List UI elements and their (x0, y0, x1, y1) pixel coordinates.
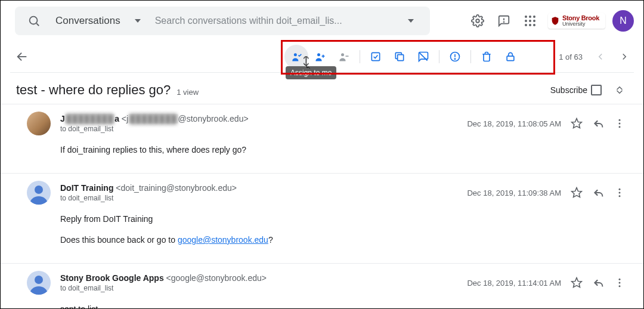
message: DoIT Training <doit_training@stonybrook.… (1, 173, 643, 263)
top-right-actions: Stony Brook University N (466, 9, 634, 33)
subscribe-toggle[interactable]: Subscribe (550, 85, 602, 95)
duplicate-button[interactable] (388, 45, 411, 69)
svg-rect-21 (371, 52, 379, 60)
message: J████████a <j████████@stonybrook.edu> to… (1, 104, 643, 173)
svg-line-1 (36, 23, 39, 26)
reply-all-icon[interactable] (587, 272, 609, 293)
prev-page-button[interactable] (589, 45, 612, 69)
svg-marker-28 (572, 119, 582, 128)
thread-toolbar: Assign to me 1 of 63 (1, 41, 643, 72)
next-page-button[interactable] (612, 45, 636, 69)
svg-rect-27 (507, 56, 514, 61)
svg-point-5 (525, 16, 527, 18)
lock-button[interactable] (499, 45, 522, 69)
org-logo: Stony Brook University (548, 13, 605, 29)
svg-point-11 (525, 24, 527, 26)
timestamp: Dec 18, 2019, 11:09:38 AM (467, 189, 566, 197)
tooltip: Assign to me (286, 66, 336, 79)
sender-avatar[interactable] (27, 181, 51, 205)
svg-point-10 (533, 20, 535, 22)
feedback-icon[interactable] (492, 9, 516, 33)
message: Stony Brook Google Apps <google@stonybro… (1, 263, 643, 309)
more-icon[interactable] (609, 182, 630, 203)
svg-point-12 (529, 24, 531, 26)
account-avatar[interactable]: N (612, 10, 634, 32)
svg-point-13 (533, 24, 535, 26)
svg-point-35 (619, 192, 621, 194)
sender-avatar[interactable] (27, 271, 51, 295)
more-icon[interactable] (609, 113, 630, 134)
from-line: Stony Brook Google Apps <google@stonybro… (60, 273, 467, 283)
message-body: Reply from DoIT Training Does this bounc… (27, 205, 630, 246)
svg-point-15 (294, 53, 297, 56)
to-line: to doit_email_list (60, 284, 467, 292)
more-icon[interactable] (609, 272, 630, 293)
star-icon[interactable] (566, 182, 587, 203)
top-bar: Conversations Search conversations withi… (1, 1, 643, 41)
svg-point-9 (529, 20, 531, 22)
svg-point-40 (619, 282, 621, 284)
from-line: DoIT Training <doit_training@stonybrook.… (60, 183, 467, 193)
separator (360, 50, 360, 63)
unassign-button[interactable] (332, 45, 356, 69)
star-icon[interactable] (566, 272, 587, 293)
svg-point-16 (317, 53, 320, 56)
apps-grid-icon[interactable] (518, 9, 542, 33)
to-line: to doit_email_list (60, 125, 467, 133)
delete-button[interactable] (475, 45, 499, 69)
no-response-needed-button[interactable] (411, 45, 435, 69)
pagination: 1 of 63 (553, 45, 636, 69)
to-line: to doit_email_list (60, 194, 467, 202)
svg-point-2 (476, 19, 479, 23)
separator (470, 50, 471, 63)
search-scope-label: Conversations (55, 15, 120, 27)
report-spam-button[interactable] (443, 45, 467, 69)
from-line: J████████a <j████████@stonybrook.edu> (60, 114, 467, 123)
svg-point-32 (35, 186, 43, 194)
search-container[interactable]: Conversations Search conversations withi… (15, 7, 430, 35)
svg-point-6 (529, 16, 531, 18)
subscribe-label: Subscribe (550, 85, 587, 95)
separator (439, 50, 439, 63)
svg-point-36 (619, 195, 621, 197)
svg-point-41 (619, 285, 621, 287)
svg-marker-33 (572, 188, 582, 197)
svg-point-39 (619, 279, 621, 280)
gear-icon[interactable] (466, 9, 490, 33)
star-icon[interactable] (566, 113, 587, 134)
thread-view-count: 1 view (177, 88, 199, 97)
search-input[interactable]: Search conversations within doit_email_l… (148, 16, 397, 26)
svg-point-31 (619, 126, 621, 128)
svg-point-34 (619, 189, 621, 190)
org-name-line2: University (562, 21, 599, 27)
sender-avatar[interactable] (27, 112, 51, 135)
action-icons-group: Assign to me (284, 45, 522, 69)
subscribe-checkbox[interactable] (591, 85, 602, 95)
mark-complete-button[interactable] (364, 45, 388, 69)
assign-to-user-button[interactable] (308, 45, 332, 69)
message-body: If doi_training replies to this, where d… (27, 135, 630, 156)
svg-point-8 (525, 20, 527, 22)
search-icon[interactable] (20, 7, 48, 35)
email-link[interactable]: google@stonybrook.edu (178, 235, 268, 245)
reply-all-icon[interactable] (587, 113, 609, 134)
search-scope-dropdown[interactable]: Conversations (48, 15, 148, 27)
assign-to-me-button[interactable]: Assign to me (284, 45, 308, 69)
svg-point-30 (619, 123, 621, 125)
timestamp: Dec 18, 2019, 11:14:01 AM (467, 279, 566, 288)
shield-icon (550, 16, 560, 26)
svg-point-37 (35, 276, 43, 284)
message-body: sent to list (27, 295, 630, 309)
chevron-down-icon (135, 18, 141, 24)
svg-point-29 (619, 119, 621, 121)
svg-point-19 (341, 53, 344, 56)
timestamp: Dec 18, 2019, 11:08:05 AM (467, 119, 566, 128)
collapse-all-button[interactable] (609, 85, 630, 95)
back-button[interactable] (10, 45, 34, 69)
reply-all-icon[interactable] (587, 182, 609, 203)
svg-point-7 (533, 16, 535, 18)
svg-point-0 (30, 17, 38, 24)
pagination-label: 1 of 63 (553, 52, 589, 61)
svg-marker-38 (572, 278, 582, 288)
search-options-dropdown-icon[interactable] (397, 7, 425, 35)
